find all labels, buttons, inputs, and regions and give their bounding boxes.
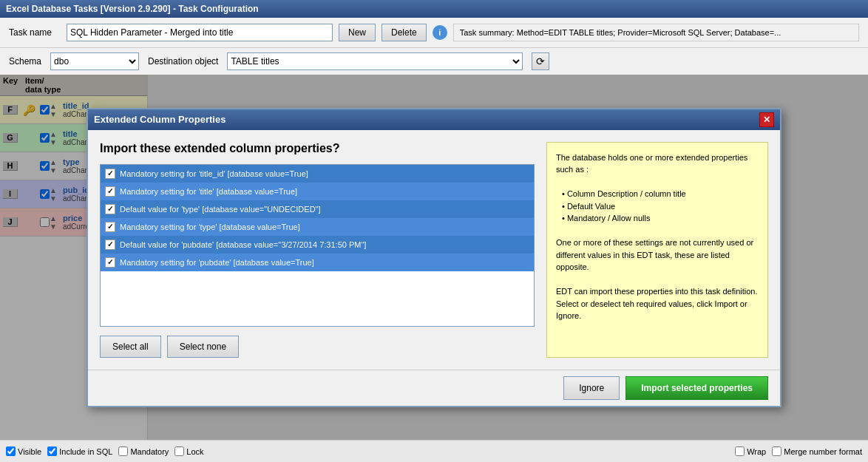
property-checkbox[interactable] — [105, 204, 115, 214]
list-item[interactable]: Mandatory setting for 'title' [database … — [101, 183, 534, 200]
import-selected-properties-button[interactable]: Import selected properties — [625, 376, 768, 400]
list-item[interactable]: Default value for 'type' [database value… — [101, 200, 534, 218]
task-name-row: Task name New Delete i Task summary: Met… — [0, 18, 868, 48]
merge-number-format-label: Merge number format — [784, 447, 862, 456]
wrap-checkbox[interactable] — [735, 446, 745, 456]
delete-button[interactable]: Delete — [382, 24, 427, 41]
property-checkbox[interactable] — [105, 169, 115, 179]
property-text: Default value for 'type' [database value… — [120, 205, 321, 214]
modal-body: Import these extended column properties?… — [88, 130, 780, 370]
select-all-button[interactable]: Select all — [100, 336, 161, 358]
list-item[interactable]: Mandatory setting for 'type' [database v… — [101, 218, 534, 236]
property-text: Mandatory setting for 'title' [database … — [120, 187, 297, 196]
wrap-checkbox-label: Wrap — [735, 446, 766, 456]
schema-select[interactable]: dbo — [50, 52, 139, 70]
select-none-button[interactable]: Select none — [167, 336, 239, 358]
info-text-2: One or more of these settings are not cu… — [556, 237, 759, 274]
task-name-input[interactable] — [67, 24, 333, 41]
content-area: Key Item/data type F 🔑 ▲▼ title_id adCha… — [0, 75, 868, 440]
lock-checkbox[interactable] — [174, 446, 184, 456]
info-text-1: The database holds one or more extended … — [556, 152, 759, 176]
title-bar-text: Excel Database Tasks [Version 2.9.290] -… — [6, 4, 259, 14]
modal-heading: Import these extended column properties? — [100, 142, 535, 155]
modal-footer: Ignore Import selected properties — [88, 370, 780, 406]
property-checkbox[interactable] — [105, 240, 115, 250]
schema-row: Schema dbo Destination object TABLE titl… — [0, 48, 868, 75]
info-icon[interactable]: i — [433, 25, 447, 40]
visible-checkbox[interactable] — [6, 446, 16, 456]
info-bullets: Column Description / column title Defaul… — [556, 188, 759, 225]
visible-label: Visible — [18, 447, 41, 456]
wrap-label: Wrap — [747, 447, 766, 456]
modal-overlay: Extended Column Properties ✕ Import thes… — [0, 75, 868, 440]
modal-title: Extended Column Properties — [94, 114, 226, 125]
modal-title-bar: Extended Column Properties ✕ — [88, 109, 780, 130]
visible-checkbox-label: Visible — [6, 446, 41, 456]
schema-label: Schema — [9, 56, 41, 67]
task-summary: Task summary: Method=EDIT TABLE titles; … — [453, 24, 859, 41]
destination-label: Destination object — [148, 56, 218, 67]
property-checkbox[interactable] — [105, 186, 115, 197]
mandatory-label: Mandatory — [130, 447, 169, 456]
property-text: Mandatory setting for 'title_id' [databa… — [120, 169, 308, 178]
info-text-3: EDT can import these properties into thi… — [556, 285, 759, 322]
include-in-sql-checkbox-label: Include in SQL — [47, 446, 112, 456]
bottom-toolbar: Visible Include in SQL Mandatory Lock Wr… — [0, 440, 868, 462]
mandatory-checkbox[interactable] — [118, 446, 128, 456]
main-window: Task name New Delete i Task summary: Met… — [0, 18, 868, 462]
mandatory-checkbox-label: Mandatory — [118, 446, 169, 456]
modal-info-box: The database holds one or more extended … — [546, 142, 768, 358]
info-bullet: Default Value — [562, 200, 759, 213]
extended-column-properties-dialog: Extended Column Properties ✕ Import thes… — [87, 108, 781, 407]
new-button[interactable]: New — [339, 24, 376, 41]
property-text: Mandatory setting for 'pubdate' [databas… — [120, 258, 314, 267]
title-bar: Excel Database Tasks [Version 2.9.290] -… — [0, 0, 868, 18]
task-name-label: Task name — [9, 27, 61, 38]
modal-close-button[interactable]: ✕ — [759, 112, 774, 127]
list-item[interactable]: Default value for 'pubdate' [database va… — [101, 236, 534, 254]
property-text: Default value for 'pubdate' [database va… — [120, 240, 366, 249]
info-bullet: Column Description / column title — [562, 188, 759, 200]
modal-select-buttons: Select all Select none — [100, 336, 535, 358]
property-checkbox[interactable] — [105, 257, 115, 268]
property-text: Mandatory setting for 'type' [database v… — [120, 222, 300, 231]
include-in-sql-label: Include in SQL — [59, 447, 112, 456]
include-in-sql-checkbox[interactable] — [47, 446, 57, 456]
properties-list: Mandatory setting for 'title_id' [databa… — [100, 164, 535, 327]
list-item[interactable]: Mandatory setting for 'title_id' [databa… — [101, 165, 534, 183]
ignore-button[interactable]: Ignore — [563, 376, 620, 400]
merge-number-format-checkbox-label: Merge number format — [772, 446, 862, 456]
modal-left: Import these extended column properties?… — [100, 142, 535, 358]
info-bullet: Mandatory / Allow nulls — [562, 212, 759, 225]
refresh-button[interactable]: ⟳ — [532, 52, 549, 70]
merge-number-format-checkbox[interactable] — [772, 446, 781, 456]
destination-select[interactable]: TABLE titles — [227, 52, 523, 70]
lock-checkbox-label: Lock — [174, 446, 203, 456]
property-checkbox[interactable] — [105, 222, 115, 232]
list-item[interactable]: Mandatory setting for 'pubdate' [databas… — [101, 254, 534, 271]
lock-label: Lock — [186, 447, 203, 456]
